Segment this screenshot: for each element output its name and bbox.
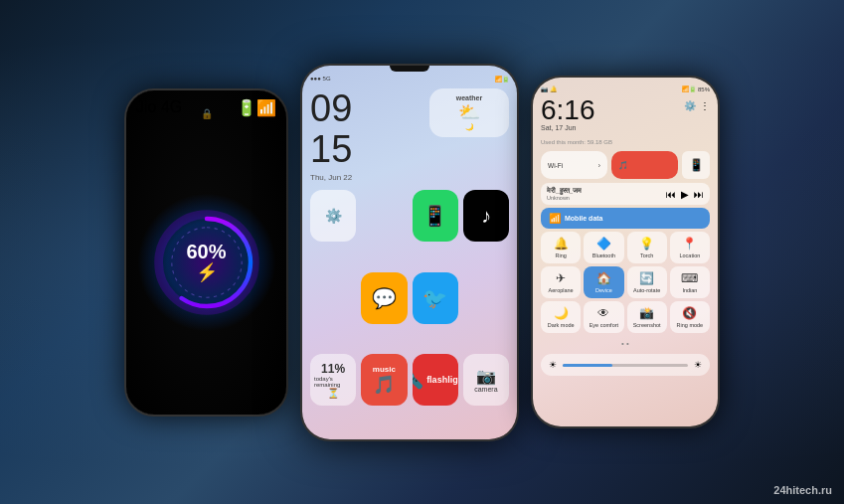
- brightness-track: [563, 364, 688, 367]
- keyboard-icon: ⌨: [673, 271, 707, 285]
- today-icon: ⏳: [327, 388, 339, 399]
- phone-3: 📷 🔔 📶🔋 85% 6:16 Sat, 17 Jun ⚙️ ⋮ Used th…: [531, 76, 720, 428]
- next-icon[interactable]: ⏭: [694, 189, 704, 200]
- dark-mode-label: Dark mode: [548, 322, 575, 328]
- tile-device-controls[interactable]: 🏠 Device: [584, 266, 623, 298]
- weather-label: weather: [437, 94, 501, 101]
- music-controls: ⏮ ▶ ⏭: [666, 189, 704, 200]
- phone2-screen: ●●● 5G 📶🔋 09 15 Thu, Jun 22 weather ⛅ 🌙: [302, 66, 517, 439]
- app-tiktok[interactable]: ♪: [463, 190, 509, 242]
- camera-label: camera: [474, 386, 497, 393]
- app-camera[interactable]: 📷 camera: [463, 354, 509, 406]
- tile-ring-mode[interactable]: 🔇 Ring mode: [670, 301, 710, 333]
- phone2-battery: 📶🔋: [495, 76, 509, 83]
- phone2-carrier: ●●● 5G: [310, 76, 331, 82]
- phone2-notch: [390, 66, 429, 72]
- brightness-control[interactable]: ☀ ☀: [541, 354, 710, 376]
- phone2-time: 09 15: [310, 88, 352, 172]
- app-messages[interactable]: 💬: [361, 272, 407, 324]
- ctrl-wifi[interactable]: Wi-Fi ›: [541, 151, 607, 179]
- phone3-time: 6:16: [541, 96, 595, 124]
- ring-icon: 🔔: [544, 237, 578, 251]
- phone3-used: Used this month: 59.18 GB: [541, 139, 710, 145]
- phone3-top-controls: Wi-Fi › 🎵 📱: [541, 151, 710, 179]
- phone2-app-grid: ⚙️ 📱 ♪ 💬 🐦: [310, 190, 509, 430]
- phone3-quick-tiles: 🔔 Ring 🔷 Bluetooth 💡 Torch 📍 Location ✈: [541, 232, 710, 333]
- phone3-screen: 📷 🔔 📶🔋 85% 6:16 Sat, 17 Jun ⚙️ ⋮ Used th…: [533, 78, 718, 426]
- prev-icon[interactable]: ⏮: [666, 189, 676, 200]
- phone3-top-icons: ⚙️ ⋮: [684, 100, 710, 111]
- today-label: today's remaining: [314, 376, 352, 388]
- ring-mode-label: Ring mode: [677, 322, 704, 328]
- eye-comfort-label: Eye comfort: [590, 322, 618, 328]
- app-spacer: [361, 190, 407, 266]
- ctrl-mobile-data[interactable]: 📶 Mobile data: [541, 208, 710, 229]
- app-today[interactable]: 11% today's remaining ⏳: [310, 354, 356, 406]
- airplane-label: Aeroplane: [549, 287, 574, 293]
- tile-indian-eng[interactable]: ⌨ Indian: [670, 266, 710, 298]
- music-title: मेरी_हुस्त_जम: [547, 187, 582, 195]
- charging-bolt-icon: ⚡: [196, 261, 218, 283]
- screenshot-label: Screenshot: [633, 322, 661, 328]
- autorotate-icon: 🔄: [630, 271, 664, 285]
- phone3-time-area: 6:16 Sat, 17 Jun ⚙️ ⋮: [541, 96, 710, 137]
- more-options-icon[interactable]: ⋮: [700, 100, 710, 111]
- today-percent: 11%: [321, 362, 345, 376]
- bluetooth-label: Bluetooth: [592, 252, 615, 258]
- app-whatsapp[interactable]: 📱: [413, 190, 458, 242]
- tile-screenshot[interactable]: 📸 Screenshot: [627, 301, 667, 333]
- flashlight-icon: 🔦: [413, 371, 424, 390]
- phone-1: Jio 4G 🔋📶 🔒: [124, 88, 288, 417]
- tile-ring[interactable]: 🔔 Ring: [541, 232, 581, 263]
- page-dots: • •: [541, 339, 710, 348]
- app-spacer2: [310, 272, 356, 349]
- wifi-chevron: ›: [598, 162, 600, 169]
- play-icon[interactable]: ▶: [681, 189, 689, 200]
- ctrl-tablet-icon: 📱: [682, 151, 710, 179]
- app-twitter[interactable]: 🐦: [413, 272, 458, 324]
- phone1-lock-icon: 🔒: [201, 108, 213, 119]
- tile-dark-mode[interactable]: 🌙 Dark mode: [541, 301, 581, 333]
- screenshot-icon: 📸: [630, 306, 664, 320]
- ctrl-music-app[interactable]: 🎵: [611, 151, 678, 179]
- music-info: मेरी_हुस्त_जम Unknown: [547, 187, 582, 201]
- watermark: 24hitech.ru: [773, 484, 832, 496]
- location-label: Location: [679, 252, 700, 258]
- settings-gear-icon[interactable]: ⚙️: [684, 100, 696, 111]
- phones-container: Jio 4G 🔋📶 🔒: [0, 0, 844, 504]
- bluetooth-icon: 🔷: [587, 237, 620, 251]
- app-music[interactable]: music 🎵: [361, 354, 407, 406]
- app-flashlight[interactable]: 🔦 flashlight: [413, 354, 458, 406]
- phone1-carrier: Jio 4G: [136, 98, 182, 116]
- brightness-high-icon: ☀: [694, 360, 702, 370]
- app-spacer3: [463, 272, 509, 349]
- phone2-status-bar: ●●● 5G 📶🔋: [310, 76, 509, 83]
- phone3-battery: 📶🔋 85%: [682, 85, 710, 92]
- flashlight-label: flashlight: [426, 375, 458, 385]
- tile-torch[interactable]: 💡 Torch: [627, 232, 667, 263]
- phone3-icons: 📷 🔔: [541, 85, 557, 92]
- phone2-time-area: 09 15 Thu, Jun 22 weather ⛅ 🌙: [310, 88, 509, 183]
- phone3-music-row: मेरी_हुस्त_जम Unknown ⏮ ▶ ⏭: [541, 183, 710, 205]
- music-sub: Unknown: [547, 195, 582, 201]
- phone2-weather-widget: weather ⛅ 🌙: [429, 88, 509, 137]
- phone-2: ●●● 5G 📶🔋 09 15 Thu, Jun 22 weather ⛅ 🌙: [300, 64, 519, 441]
- phone3-status-bar: 📷 🔔 📶🔋 85%: [541, 85, 710, 92]
- app-settings-toggle[interactable]: ⚙️: [310, 190, 356, 242]
- phone2-time-date: 09 15 Thu, Jun 22: [310, 88, 352, 183]
- ring-label: Ring: [555, 252, 566, 258]
- ring-mode-icon: 🔇: [673, 306, 707, 320]
- indian-eng-label: Indian: [682, 287, 697, 293]
- tile-location[interactable]: 📍 Location: [670, 232, 710, 263]
- tile-airplane[interactable]: ✈ Aeroplane: [541, 266, 581, 298]
- phone2-hour: 09: [310, 88, 352, 130]
- autorotate-label: Auto-rotate: [633, 287, 660, 293]
- tile-eye-comfort[interactable]: 👁 Eye comfort: [584, 301, 623, 333]
- tile-bluetooth[interactable]: 🔷 Bluetooth: [584, 232, 623, 263]
- torch-icon: 💡: [630, 237, 664, 251]
- music-icon: 🎵: [373, 374, 395, 396]
- camera-icon: 📷: [476, 367, 496, 386]
- charging-percent-display: 60% ⚡: [152, 208, 261, 317]
- tile-autorotate[interactable]: 🔄 Auto-rotate: [627, 266, 667, 298]
- weather-moon: 🌙: [437, 123, 501, 131]
